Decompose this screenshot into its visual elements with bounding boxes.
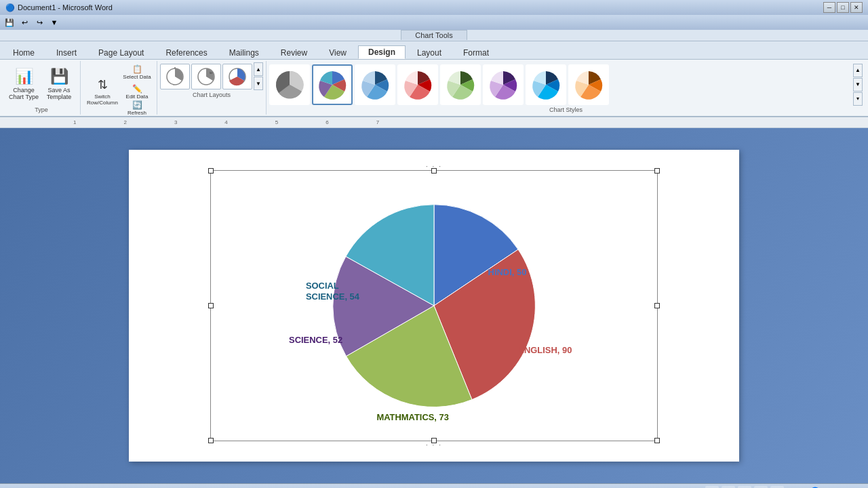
resize-handle-tm[interactable]	[431, 168, 437, 174]
tab-view[interactable]: View	[319, 46, 357, 59]
tab-home[interactable]: Home	[3, 46, 45, 59]
style-2-button[interactable]	[312, 64, 353, 105]
edit-data-icon: ✏️	[132, 84, 142, 94]
draft-view[interactable]: 📄	[770, 486, 784, 489]
tab-references[interactable]: References	[155, 46, 217, 59]
undo-button[interactable]: ↩	[18, 16, 31, 28]
styles-row	[269, 64, 850, 105]
type-group-label: Type	[35, 105, 48, 113]
tab-mailings[interactable]: Mailings	[219, 46, 269, 59]
styles-scroll: ▲ ▼ ▾	[853, 64, 863, 106]
maximize-button[interactable]: □	[837, 2, 849, 13]
app-icon: 🔵	[5, 3, 15, 12]
print-layout-view[interactable]: ▤	[705, 486, 719, 489]
chart-layouts-label: Chart Layouts	[160, 92, 263, 98]
ribbon-tabs: Home Insert Page Layout References Maili…	[0, 41, 868, 59]
window-controls: ─ □ ✕	[823, 2, 863, 13]
svg-text:50: 50	[210, 71, 213, 75]
tab-page-layout[interactable]: Page Layout	[88, 46, 154, 59]
refresh-icon: 🔄	[132, 100, 142, 110]
edit-data-label: Edit Data	[126, 94, 149, 100]
chart-styles-group: ▲ ▼ ▾ Chart Styles	[267, 61, 865, 115]
tab-layout[interactable]: Layout	[407, 46, 452, 59]
layouts-scroll-up[interactable]: ▲	[254, 62, 263, 76]
layout-3-button[interactable]	[222, 64, 252, 89]
resize-handle-ml[interactable]	[208, 303, 214, 308]
chart-tools-header: Chart Tools	[0, 30, 868, 41]
hindi-label: HINDI, 50	[488, 267, 527, 277]
select-data-button[interactable]: 📋 Select Data	[121, 62, 153, 81]
science-label: SCIENCE, 52	[289, 335, 342, 345]
change-type-label: ChangeChart Type	[9, 87, 39, 100]
window-title: Document1 - Microsoft Word	[18, 3, 113, 12]
english-label: ENGLISH, 90	[518, 345, 572, 355]
type-group-content: 📊 ChangeChart Type 💾 Save AsTemplate	[7, 62, 76, 105]
full-screen-view[interactable]: ⊡	[722, 486, 735, 489]
data-group-content: ⇅ SwitchRow/Column 📋 Select Data ✏️ Edit…	[85, 62, 153, 121]
status-right: ▤ ⊡ 🌐 ≡ 📄 110%	[705, 486, 863, 489]
ruler: 1 2 3 4 5 6 7	[0, 117, 868, 128]
switch-icon: ⇅	[98, 77, 108, 92]
chart-type-icon: 📊	[15, 68, 33, 85]
chart-layouts-group: 50 ▲ ▼ Chart Layouts	[157, 61, 267, 115]
select-data-label: Select Data	[123, 74, 151, 80]
switch-label: SwitchRow/Column	[87, 94, 118, 106]
style-7-button[interactable]	[526, 64, 566, 105]
edit-data-button[interactable]: ✏️ Edit Data	[121, 82, 153, 101]
styles-scroll-down[interactable]: ▼	[853, 78, 863, 92]
style-8-button[interactable]	[568, 64, 609, 105]
style-1-button[interactable]	[269, 64, 310, 105]
close-button[interactable]: ✕	[850, 2, 863, 13]
mathmatics-label: MATHMATICS, 73	[376, 412, 449, 422]
style-5-button[interactable]	[440, 64, 481, 105]
chart-tools-label: Chart Tools	[401, 30, 467, 40]
resize-handle-tr[interactable]	[654, 168, 660, 174]
tab-insert[interactable]: Insert	[46, 46, 87, 59]
document-area: HINDI, 50 ENGLISH, 90 MATHMATICS, 73 SCI…	[0, 128, 868, 483]
save-template-label: Save AsTemplate	[47, 87, 72, 100]
resize-handle-bm[interactable]	[431, 438, 437, 443]
tab-review[interactable]: Review	[271, 46, 317, 59]
quick-access-toolbar: 💾 ↩ ↪ ▼	[0, 15, 868, 30]
web-layout-view[interactable]: 🌐	[738, 486, 751, 489]
resize-handle-mr[interactable]	[654, 303, 660, 308]
quick-access-dropdown[interactable]: ▼	[47, 16, 61, 28]
styles-scroll-up[interactable]: ▲	[853, 64, 863, 77]
styles-scroll-more[interactable]: ▾	[853, 92, 863, 106]
minimize-button[interactable]: ─	[823, 2, 835, 13]
resize-handle-bl[interactable]	[208, 438, 214, 443]
select-data-icon: 📋	[132, 64, 142, 74]
tab-design[interactable]: Design	[358, 45, 406, 59]
pie-chart: HINDI, 50 ENGLISH, 90 MATHMATICS, 73 SCI…	[211, 171, 657, 441]
status-bar: Page: 1 of 1 Words: 0 ✓ English (United …	[0, 483, 868, 488]
social-science-label: SOCIAL	[306, 281, 339, 291]
title-bar-left: 🔵 Document1 - Microsoft Word	[5, 3, 113, 12]
resize-handle-br[interactable]	[654, 438, 660, 443]
change-type-button[interactable]: 📊 ChangeChart Type	[7, 63, 41, 105]
ribbon-content: 📊 ChangeChart Type 💾 Save AsTemplate Typ…	[0, 59, 868, 117]
ribbon: Home Insert Page Layout References Maili…	[0, 41, 868, 59]
resize-handle-tl[interactable]	[208, 168, 214, 174]
type-group: 📊 ChangeChart Type 💾 Save AsTemplate Typ…	[3, 61, 81, 115]
data-group: ⇅ SwitchRow/Column 📋 Select Data ✏️ Edit…	[81, 61, 157, 115]
title-bar: 🔵 Document1 - Microsoft Word ─ □ ✕	[0, 0, 868, 15]
layout-2-button[interactable]: 50	[191, 64, 221, 89]
save-template-icon: 💾	[50, 68, 68, 85]
save-template-button[interactable]: 💾 Save AsTemplate	[42, 63, 76, 105]
switch-row-column-button[interactable]: ⇅ SwitchRow/Column	[85, 70, 120, 113]
document-page: HINDI, 50 ENGLISH, 90 MATHMATICS, 73 SCI…	[129, 150, 739, 462]
social-science-label2: SCIENCE, 54	[306, 291, 360, 302]
style-3-button[interactable]	[355, 64, 395, 105]
tab-format[interactable]: Format	[453, 46, 499, 59]
style-4-button[interactable]	[397, 64, 438, 105]
outline-view[interactable]: ≡	[754, 486, 768, 489]
layouts-scroll-down[interactable]: ▼	[254, 77, 263, 90]
layout-1-button[interactable]	[160, 64, 190, 89]
style-6-button[interactable]	[483, 64, 524, 105]
chart-container[interactable]: HINDI, 50 ENGLISH, 90 MATHMATICS, 73 SCI…	[210, 170, 658, 441]
redo-button[interactable]: ↪	[33, 16, 46, 28]
save-quick-button[interactable]: 💾	[3, 16, 16, 28]
chart-styles-label: Chart Styles	[269, 106, 863, 113]
layouts-row: 50 ▲ ▼	[160, 62, 263, 90]
